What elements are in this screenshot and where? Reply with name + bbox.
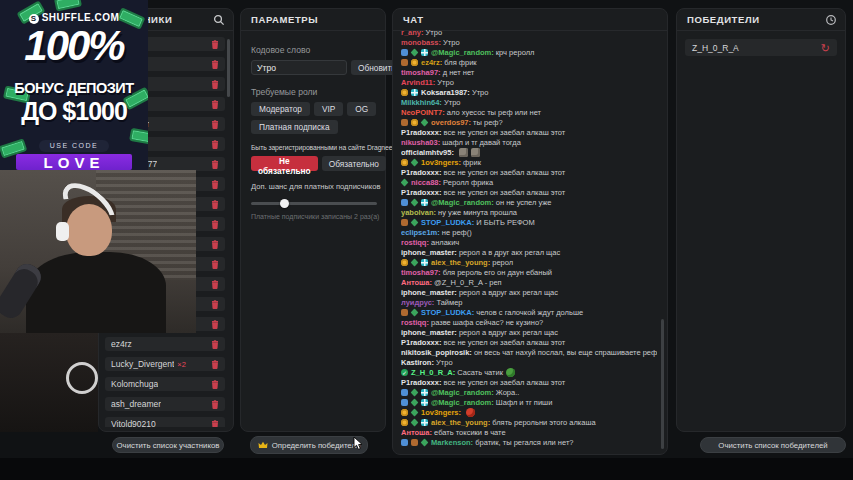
trash-icon[interactable] (211, 280, 219, 289)
chat-username[interactable]: P1radoxxx: (401, 128, 441, 137)
trash-icon[interactable] (211, 340, 219, 349)
bonus-chance-slider[interactable] (251, 199, 377, 208)
chat-username[interactable]: rostiqq: (401, 318, 429, 327)
trash-icon[interactable] (211, 260, 219, 269)
optional-button[interactable]: Не обязательно (251, 156, 318, 171)
chat-username[interactable]: Arvind11: (401, 78, 435, 87)
trash-icon[interactable] (211, 140, 219, 149)
trash-icon[interactable] (211, 380, 219, 389)
chat-username[interactable]: iphone_master: (401, 288, 457, 297)
chat-username[interactable]: Koksara1987: (421, 88, 470, 97)
chat-username[interactable]: Антоша: (401, 278, 432, 287)
chat-text: И БЫТЬ РЕФОМ (474, 218, 535, 227)
role-chip[interactable]: Платная подписка (251, 120, 338, 134)
chat-username[interactable]: Milkkhin64: (401, 98, 442, 107)
role-chip[interactable]: Модератор (251, 102, 310, 116)
clear-winners-button[interactable]: Очистить список победителей (700, 437, 846, 453)
chat-username[interactable]: @Magic_random: (431, 198, 494, 207)
trash-icon[interactable] (211, 360, 219, 369)
chat-username[interactable]: nicca88: (411, 178, 441, 187)
chat-username[interactable]: @Magic_random: (431, 388, 494, 397)
chat-username[interactable]: overdos97: (431, 118, 471, 127)
required-button[interactable]: Обязательно (322, 156, 386, 171)
chat-text: все не успел он заебал алкаш этот (441, 168, 565, 177)
trash-icon[interactable] (211, 400, 219, 409)
orange-badge-icon (411, 439, 418, 446)
diamond-badge-icon (411, 159, 419, 167)
winner-row: Z_H_0_R_A↻ (685, 39, 837, 56)
trash-icon[interactable] (211, 160, 219, 169)
chat-username[interactable]: alex_the_young: (431, 418, 490, 427)
chat-username[interactable]: timosha97: (401, 68, 441, 77)
chat-username[interactable]: @Magic_random: (431, 398, 494, 407)
chat-text (461, 408, 463, 417)
chat-username[interactable]: Z_H_0_R_A: (411, 368, 455, 377)
chat-message: iphone_master: рерол а вдруг акх регал щ… (401, 288, 657, 298)
chat-username[interactable]: Kastiron: (401, 358, 434, 367)
chat-username[interactable]: NeoPOINT7: (401, 108, 445, 117)
trash-icon[interactable] (211, 240, 219, 249)
chat-username[interactable]: officialmhtv95: (401, 148, 454, 157)
participants-scrollbar[interactable] (227, 39, 230, 97)
chat-username[interactable]: yabolvan: (401, 208, 436, 217)
role-chip[interactable]: VIP (314, 102, 343, 116)
trash-icon[interactable] (211, 180, 219, 189)
chat-username[interactable]: r_any: (401, 28, 424, 37)
chat-username[interactable]: P1radoxxx: (401, 188, 441, 197)
chat-message: P1radoxxx: все не успел он заебал алкаш … (401, 378, 657, 388)
chat-username[interactable]: Антоша: (401, 428, 432, 437)
chat-username[interactable]: P1radoxxx: (401, 168, 441, 177)
chat-title: ЧАТ (403, 14, 424, 25)
participant-name: ash_dreamer (111, 399, 161, 409)
reroll-icon[interactable]: ↻ (821, 43, 830, 53)
chat-username[interactable]: STOP_LUDKA: (421, 308, 474, 317)
coin-badge-icon (411, 59, 418, 66)
chat-username[interactable]: P1radoxxx: (401, 338, 441, 347)
chat-message: STOP_LUDKA: челов с галочкой ждут дольше (401, 308, 657, 318)
participant-row: ez4rz (105, 337, 225, 351)
diamond-badge-icon (411, 259, 419, 267)
trash-icon[interactable] (211, 320, 219, 329)
chat-username[interactable]: Markenson: (431, 438, 473, 447)
chat-username[interactable]: nikitosik_popirosik: (401, 348, 472, 357)
trash-icon[interactable] (211, 420, 219, 428)
clock-history-icon[interactable] (825, 14, 837, 26)
trash-icon[interactable] (211, 300, 219, 309)
chat-username[interactable]: @Magic_random: (431, 48, 494, 57)
pick-winner-button[interactable]: Определить победителя (250, 436, 368, 454)
chat-username[interactable]: alex_the_young: (431, 258, 490, 267)
role-chip[interactable]: OG (347, 102, 376, 116)
chat-username[interactable]: STOP_LUDKA: (421, 218, 474, 227)
chat-scrollbar[interactable] (661, 319, 664, 449)
trash-icon[interactable] (211, 120, 219, 129)
clear-participants-button[interactable]: Очистить список участников (112, 437, 224, 453)
slider-track[interactable] (251, 202, 377, 205)
trash-icon[interactable] (211, 100, 219, 109)
chat-username[interactable]: луидрус: (401, 298, 434, 307)
codeword-input[interactable] (251, 60, 347, 75)
chat-username[interactable]: ez4rz: (421, 58, 442, 67)
trash-icon[interactable] (211, 40, 219, 49)
slider-knob[interactable] (280, 199, 289, 208)
parameters-header: ПАРАМЕТРЫ (241, 9, 385, 31)
chat-username[interactable]: P1radoxxx: (401, 378, 441, 387)
trash-icon[interactable] (211, 60, 219, 69)
trash-icon[interactable] (211, 200, 219, 209)
trash-icon[interactable] (211, 220, 219, 229)
chat-username[interactable]: 1ov3ngers: (421, 408, 461, 417)
chat-username[interactable]: iphone_master: (401, 248, 457, 257)
app-window: УЧАСТНИКИ 0MaloyClerdimas_7777ez4rzLucky… (0, 0, 853, 480)
search-icon[interactable] (213, 14, 225, 26)
chat-username[interactable]: nikusha03: (401, 138, 440, 147)
trash-icon[interactable] (211, 80, 219, 89)
chat-username[interactable]: timosha97: (401, 268, 441, 277)
chat-text: крч реролл (494, 48, 535, 57)
streamer-body (26, 252, 166, 333)
chat-username[interactable]: 1ov3ngers: (421, 158, 461, 167)
chat-username[interactable]: rostiqq: (401, 238, 429, 247)
chat-username[interactable]: eclipse1m: (401, 228, 440, 237)
gift-badge-icon (421, 419, 428, 426)
chat-username[interactable]: monobass: (401, 38, 441, 47)
chat-username[interactable]: iphone_master: (401, 328, 457, 337)
chat-text: ало хуесос ты реф или нет (445, 108, 541, 117)
